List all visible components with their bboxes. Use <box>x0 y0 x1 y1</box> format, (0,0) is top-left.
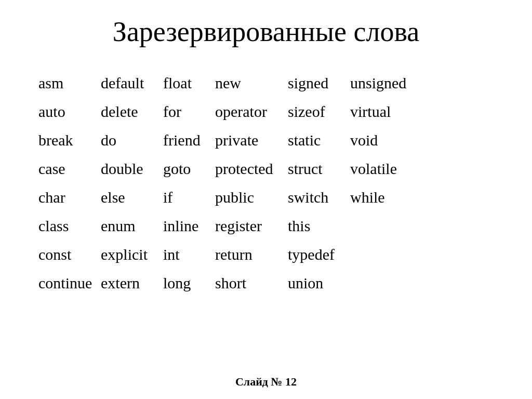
keyword-empty-2 <box>348 240 416 269</box>
keyword-empty-3 <box>348 269 416 297</box>
keywords-grid: asm default float new signed unsigned au… <box>26 69 506 297</box>
keyword-break: break <box>36 126 99 154</box>
keyword-sizeof: sizeof <box>286 97 348 126</box>
keyword-auto: auto <box>36 97 99 126</box>
keywords-table: asm default float new signed unsigned au… <box>26 69 506 365</box>
keyword-virtual: virtual <box>348 97 416 126</box>
keyword-this: this <box>286 211 348 240</box>
keyword-char: char <box>36 183 99 211</box>
keyword-case: case <box>36 154 99 183</box>
keyword-for: for <box>161 97 213 126</box>
keyword-protected: protected <box>213 154 286 183</box>
keyword-signed: signed <box>286 69 348 97</box>
keyword-union: union <box>286 269 348 297</box>
keyword-class: class <box>36 211 99 240</box>
keyword-volatile: volatile <box>348 154 416 183</box>
keyword-extern: extern <box>99 269 161 297</box>
keyword-default: default <box>99 69 161 97</box>
keyword-unsigned: unsigned <box>348 69 416 97</box>
keyword-explicit: explicit <box>99 240 161 269</box>
keyword-friend: friend <box>161 126 213 154</box>
keyword-else: else <box>99 183 161 211</box>
keyword-private: private <box>213 126 286 154</box>
keyword-public: public <box>213 183 286 211</box>
keyword-const: const <box>36 240 99 269</box>
keyword-int: int <box>161 240 213 269</box>
keyword-continue: continue <box>36 269 99 297</box>
keyword-float: float <box>161 69 213 97</box>
keyword-static: static <box>286 126 348 154</box>
keyword-asm: asm <box>36 69 99 97</box>
keyword-register: register <box>213 211 286 240</box>
slide-number: Слайд № 12 <box>235 375 297 389</box>
keyword-void: void <box>348 126 416 154</box>
keyword-delete: delete <box>99 97 161 126</box>
keyword-double: double <box>99 154 161 183</box>
keyword-inline: inline <box>161 211 213 240</box>
keyword-while: while <box>348 183 416 211</box>
page-container: Зарезервированные слова asm default floa… <box>0 0 532 399</box>
keyword-return: return <box>213 240 286 269</box>
keyword-typedef: typedef <box>286 240 348 269</box>
keyword-short: short <box>213 269 286 297</box>
keyword-if: if <box>161 183 213 211</box>
keyword-struct: struct <box>286 154 348 183</box>
page-title: Зарезервированные слова <box>26 16 506 48</box>
keyword-goto: goto <box>161 154 213 183</box>
keyword-long: long <box>161 269 213 297</box>
keyword-do: do <box>99 126 161 154</box>
keyword-enum: enum <box>99 211 161 240</box>
keyword-new: new <box>213 69 286 97</box>
keyword-operator: operator <box>213 97 286 126</box>
keyword-switch: switch <box>286 183 348 211</box>
keyword-empty-1 <box>348 211 416 240</box>
